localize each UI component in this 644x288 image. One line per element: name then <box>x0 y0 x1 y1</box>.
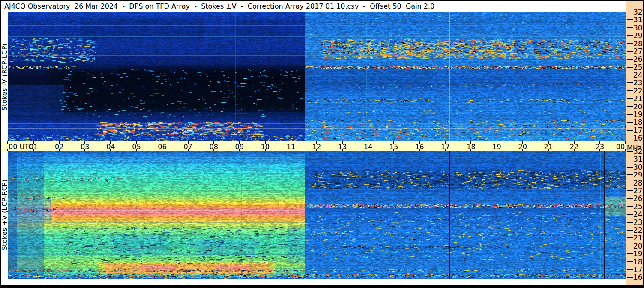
freq-label: 31 <box>633 155 642 163</box>
freq-label: 28 <box>633 179 642 187</box>
freq-label: 18 <box>633 118 642 126</box>
time-label: 05 <box>128 143 145 151</box>
freq-tick <box>627 43 633 44</box>
freq-label: 32 <box>633 147 642 155</box>
freq-label: 31 <box>633 16 642 24</box>
freq-label: 19 <box>633 250 642 258</box>
freq-tick <box>627 261 633 262</box>
freq-tick <box>627 90 633 91</box>
freq-label: 25 <box>633 63 642 71</box>
time-label: 23 <box>591 143 608 151</box>
time-label: 14 <box>359 143 377 151</box>
time-label: 09 <box>231 143 248 151</box>
freq-label: 21 <box>633 95 642 102</box>
freq-tick <box>627 167 633 168</box>
spectrogram-app-window: AJ4CO Observatory 26 Mar 2024 - DPS on T… <box>0 0 644 288</box>
freq-label: 28 <box>633 40 642 48</box>
freq-tick <box>627 12 633 12</box>
freq-label: 18 <box>633 258 642 266</box>
freq-tick <box>627 35 633 36</box>
title-bar: AJ4CO Observatory 26 Mar 2024 - DPS on T… <box>1 1 626 12</box>
time-label: 12 <box>308 143 325 151</box>
freq-tick <box>627 206 633 207</box>
freq-label: 30 <box>633 24 642 32</box>
freq-tick <box>627 75 633 75</box>
time-label: 21 <box>540 143 557 151</box>
freq-label: 26 <box>633 55 642 63</box>
freq-tick <box>627 19 633 20</box>
freq-tick <box>627 253 633 254</box>
time-label: 07 <box>180 143 197 151</box>
freq-label: 29 <box>633 171 642 179</box>
freq-label: 26 <box>633 195 642 202</box>
panel-label-stokes-plus-v: Stokes +V (LCP-RCP) <box>1 151 8 279</box>
freq-tick <box>627 214 633 215</box>
freq-tick <box>627 59 633 60</box>
panel-label-stokes-minus-v: Stokes -V (RCP-LCP) <box>1 12 8 141</box>
freq-tick <box>627 138 633 138</box>
freq-label: 21 <box>633 234 642 242</box>
freq-tick <box>627 27 633 28</box>
time-axis: 00 UTC 010203040506070809101112131415161… <box>1 141 626 151</box>
freq-label: 24 <box>633 210 642 218</box>
freq-tick <box>627 130 633 131</box>
time-label: 22 <box>566 143 583 151</box>
freq-tick <box>627 190 633 191</box>
freq-tick <box>627 246 633 246</box>
freq-label: 32 <box>633 8 642 16</box>
time-label: 17 <box>437 143 454 151</box>
time-label: 01 <box>25 143 42 151</box>
freq-tick <box>627 237 633 238</box>
time-label: 19 <box>488 143 506 151</box>
freq-tick <box>627 269 633 270</box>
freq-tick <box>627 122 633 123</box>
freq-tick <box>627 222 633 223</box>
freq-tick <box>627 174 633 175</box>
freq-label: 16 <box>633 134 642 142</box>
freq-tick <box>627 230 633 231</box>
time-label: 02 <box>51 143 68 151</box>
time-label: 16 <box>411 143 428 151</box>
freq-label: 30 <box>633 163 642 171</box>
stokes-minus-v-spectrogram <box>8 12 626 141</box>
freq-label: 25 <box>633 203 642 210</box>
freq-label: 27 <box>633 187 642 195</box>
freq-tick <box>627 277 633 278</box>
freq-label: 17 <box>633 126 642 134</box>
freq-label: 20 <box>633 103 642 111</box>
freq-tick <box>627 98 633 99</box>
freq-label: 22 <box>633 226 642 234</box>
freq-label: 29 <box>633 32 642 39</box>
freq-label: 24 <box>633 71 642 79</box>
freq-label: 16 <box>633 273 642 281</box>
freq-label: 23 <box>633 219 642 226</box>
time-label: 20 <box>514 143 531 151</box>
time-label: 18 <box>462 143 479 151</box>
freq-tick <box>627 82 633 83</box>
time-label: 03 <box>76 143 93 151</box>
freq-label: 23 <box>633 79 642 87</box>
freq-tick <box>627 67 633 68</box>
frequency-axis: MHz 323130292827262524232221201918171632… <box>626 1 643 285</box>
bottom-gap <box>1 279 626 285</box>
time-label: 10 <box>257 143 274 151</box>
freq-tick <box>627 51 633 52</box>
time-label: 15 <box>385 143 402 151</box>
freq-tick <box>627 159 633 159</box>
freq-tick <box>627 106 633 107</box>
time-label: 11 <box>282 143 300 151</box>
freq-label: 19 <box>633 111 642 118</box>
freq-label: 20 <box>633 242 642 250</box>
time-label: 08 <box>205 143 222 151</box>
stokes-plus-v-spectrogram <box>8 151 626 279</box>
freq-tick <box>627 114 633 115</box>
freq-tick <box>627 198 633 199</box>
time-label: 13 <box>334 143 351 151</box>
freq-tick <box>627 183 633 183</box>
time-label: 06 <box>153 143 171 151</box>
freq-label: 22 <box>633 87 642 95</box>
page-title: AJ4CO Observatory 26 Mar 2024 - DPS on T… <box>4 1 434 12</box>
time-tick <box>7 141 8 144</box>
freq-label: 27 <box>633 48 642 55</box>
freq-tick <box>627 151 633 152</box>
